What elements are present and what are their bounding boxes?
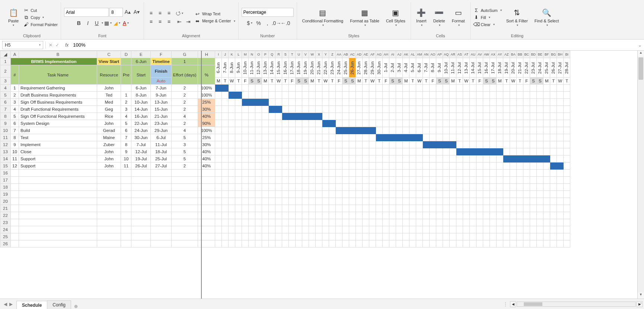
vertical-scrollbar[interactable]: ▲ ▼: [637, 51, 644, 299]
gantt-cell[interactable]: [510, 106, 517, 113]
gantt-cell[interactable]: [296, 99, 302, 106]
gantt-cell[interactable]: [409, 240, 416, 247]
gantt-cell[interactable]: [389, 205, 396, 212]
gantt-cell[interactable]: [309, 120, 316, 127]
gantt-cell[interactable]: [322, 170, 329, 177]
gantt-cell[interactable]: [369, 226, 376, 233]
gantt-cell[interactable]: [275, 170, 282, 177]
gantt-cell[interactable]: [289, 141, 296, 148]
gantt-cell[interactable]: [443, 120, 450, 127]
header-pre[interactable]: Pre: [121, 65, 131, 85]
gantt-cell[interactable]: [289, 233, 296, 240]
gantt-cell[interactable]: [316, 226, 322, 233]
empty-cell[interactable]: [198, 198, 215, 205]
gantt-cell[interactable]: [215, 155, 222, 163]
gantt-cell[interactable]: [255, 233, 262, 240]
predecessor-cell[interactable]: 4: [121, 113, 131, 120]
gantt-cell[interactable]: [430, 99, 436, 106]
gantt-cell[interactable]: [222, 191, 229, 198]
gantt-dow-header[interactable]: T: [235, 78, 242, 85]
gantt-cell[interactable]: [275, 233, 282, 240]
gantt-cell[interactable]: [510, 155, 517, 163]
gantt-cell[interactable]: [443, 127, 450, 134]
gantt-cell[interactable]: [483, 191, 490, 198]
gantt-cell[interactable]: [470, 198, 476, 205]
empty-cell[interactable]: [97, 240, 121, 247]
gantt-cell[interactable]: [463, 120, 470, 127]
timeline-label-cell[interactable]: Timeline: [151, 58, 171, 65]
gantt-cell[interactable]: [530, 198, 537, 205]
column-header[interactable]: AN: [423, 51, 430, 58]
gantt-cell[interactable]: [229, 99, 235, 106]
gantt-cell[interactable]: [249, 212, 255, 219]
gantt-cell[interactable]: [389, 113, 396, 120]
gantt-cell[interactable]: [255, 170, 262, 177]
gantt-cell[interactable]: [456, 219, 463, 226]
gantt-cell[interactable]: [537, 191, 543, 198]
gantt-cell[interactable]: [363, 177, 369, 184]
font-color-button[interactable]: A: [122, 19, 130, 27]
effort-cell[interactable]: 4: [171, 127, 198, 134]
gantt-cell[interactable]: [349, 134, 356, 141]
scroll-left-button[interactable]: ◀: [510, 301, 516, 307]
gantt-cell[interactable]: [409, 134, 416, 141]
gantt-cell[interactable]: [550, 177, 557, 184]
gantt-cell[interactable]: [564, 85, 570, 92]
gantt-cell[interactable]: [443, 219, 450, 226]
predecessor-cell[interactable]: 11: [121, 163, 131, 170]
gantt-dow-header[interactable]: W: [322, 78, 329, 85]
gantt-cell[interactable]: [349, 233, 356, 240]
gantt-cell[interactable]: [523, 113, 530, 120]
gantt-cell[interactable]: [503, 92, 510, 99]
gantt-cell[interactable]: [416, 219, 423, 226]
gantt-cell[interactable]: [436, 240, 443, 247]
gantt-cell[interactable]: [517, 212, 523, 219]
gantt-cell[interactable]: [503, 205, 510, 212]
gantt-cell[interactable]: [309, 92, 316, 99]
gantt-cell[interactable]: [229, 155, 235, 163]
gantt-cell[interactable]: [336, 85, 342, 92]
gantt-cell[interactable]: [463, 212, 470, 219]
gantt-cell[interactable]: [249, 170, 255, 177]
expand-formula-bar-button[interactable]: ⌄: [636, 42, 644, 48]
gantt-cell[interactable]: [383, 106, 389, 113]
gantt-cell[interactable]: [557, 240, 564, 247]
gantt-cell[interactable]: [342, 177, 349, 184]
gantt-cell[interactable]: [490, 226, 497, 233]
gantt-cell[interactable]: [476, 184, 483, 191]
gantt-cell[interactable]: [289, 184, 296, 191]
gantt-dow-header[interactable]: W: [229, 78, 235, 85]
start-date-cell[interactable]: 22-Jun: [131, 120, 151, 127]
gantt-cell[interactable]: [389, 226, 396, 233]
gantt-cell[interactable]: [483, 233, 490, 240]
gantt-cell[interactable]: [490, 148, 497, 155]
gantt-cell[interactable]: [302, 92, 309, 99]
gantt-cell[interactable]: [235, 85, 242, 92]
gantt-date-header[interactable]: 11-Jun: [249, 58, 255, 78]
gantt-cell[interactable]: [497, 127, 503, 134]
gantt-cell[interactable]: [550, 92, 557, 99]
gantt-cell[interactable]: [456, 148, 463, 155]
gantt-cell[interactable]: [503, 184, 510, 191]
gantt-cell[interactable]: [262, 148, 269, 155]
gantt-cell[interactable]: [249, 233, 255, 240]
gantt-cell[interactable]: [262, 212, 269, 219]
gantt-cell[interactable]: [296, 106, 302, 113]
gantt-cell[interactable]: [262, 184, 269, 191]
gantt-cell[interactable]: [463, 92, 470, 99]
gantt-cell[interactable]: [269, 120, 275, 127]
gantt-date-header[interactable]: 10-Jul: [443, 58, 450, 78]
gantt-cell[interactable]: [497, 198, 503, 205]
gantt-date-header[interactable]: 29-Jun: [369, 58, 376, 78]
accounting-format-button[interactable]: $: [246, 19, 254, 27]
gantt-cell[interactable]: [296, 191, 302, 198]
gantt-cell[interactable]: [215, 240, 222, 247]
gantt-cell[interactable]: [416, 113, 423, 120]
gantt-cell[interactable]: [423, 226, 430, 233]
gantt-cell[interactable]: [443, 113, 450, 120]
gantt-cell[interactable]: [543, 219, 550, 226]
gantt-cell[interactable]: [557, 170, 564, 177]
column-header[interactable]: W: [309, 51, 316, 58]
gantt-cell[interactable]: [336, 127, 342, 134]
gantt-cell[interactable]: [497, 212, 503, 219]
